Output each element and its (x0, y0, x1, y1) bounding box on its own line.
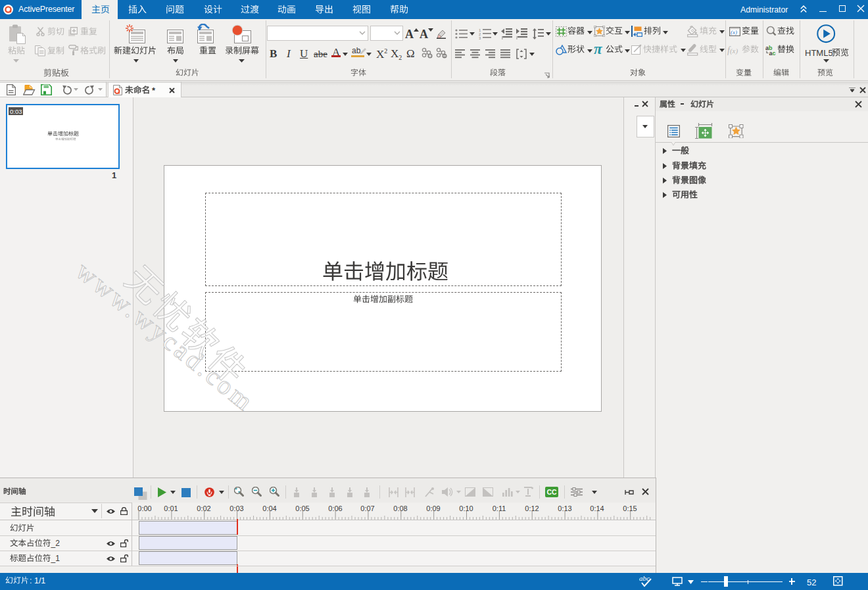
svg-text:ac: ac (769, 50, 776, 56)
svg-text:abc: abc (639, 575, 650, 582)
svg-text:CC: CC (547, 488, 558, 496)
svg-text:(x): (x) (731, 29, 737, 36)
svg-text:3: 3 (479, 36, 481, 39)
